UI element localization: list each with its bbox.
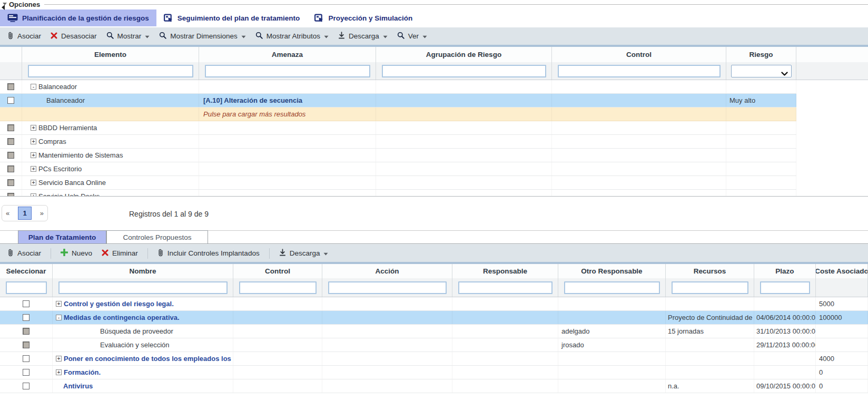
column-header-agrupacion-de-riesgo[interactable]: Agrupación de Riesgo	[376, 47, 552, 62]
table-row[interactable]: Balanceador[A.10] Alteración de secuenci…	[0, 94, 796, 108]
row-checkbox[interactable]	[7, 152, 14, 159]
expand-toggle-icon[interactable]: +	[31, 193, 36, 197]
expand-toggle-icon[interactable]: +	[56, 369, 62, 375]
table-row[interactable]: +Control y gestión del riesgo legal.5000	[0, 297, 868, 311]
cell-coste-asociado: 0	[816, 379, 868, 393]
load-more-row[interactable]: Pulse para cargar más resultados	[0, 108, 796, 121]
expand-toggle-icon[interactable]: +	[31, 180, 36, 186]
row-checkbox[interactable]	[7, 179, 14, 186]
table-row[interactable]: +Formación.0	[0, 366, 868, 379]
descarga-button[interactable]: Descarga	[279, 249, 329, 258]
nombre-label: Búsqueda de proveedor	[100, 327, 173, 335]
amenaza-filter-input[interactable]	[205, 65, 370, 77]
desasociar-button[interactable]: Desasociar	[51, 32, 97, 41]
table-row[interactable]: +Servicio Banca Online	[0, 176, 796, 190]
table-row[interactable]: Antivirusn.a.09/10/2015 00:00:000	[0, 379, 868, 393]
row-checkbox[interactable]	[7, 124, 14, 131]
tab-controles-propuestos[interactable]: Controles Propuestos	[106, 230, 208, 243]
table-row[interactable]: +Compras	[0, 135, 796, 149]
ver-button[interactable]: Ver	[397, 32, 427, 41]
asociar-button[interactable]: Asociar	[7, 249, 41, 258]
tab-seguimiento-del-plan-de-tratamiento[interactable]: Seguimiento del plan de tratamiento	[156, 9, 308, 26]
row-checkbox[interactable]	[7, 83, 14, 90]
nombre-label: Control y gestión del riesgo legal.	[64, 300, 174, 308]
accion-filter-input[interactable]	[328, 281, 447, 294]
control-filter-input[interactable]	[558, 65, 721, 77]
riesgo-filter-select[interactable]	[731, 65, 792, 77]
collapse-toggle-icon[interactable]: -	[56, 315, 62, 320]
column-header-riesgo[interactable]: Riesgo	[726, 47, 796, 62]
row-checkbox[interactable]	[23, 355, 29, 362]
row-checkbox[interactable]	[23, 328, 29, 335]
otro-responsable-filter-input[interactable]	[564, 281, 660, 294]
incluir-controles-implantados-button[interactable]: Incluir Controles Implantados	[157, 249, 260, 258]
control-filter-input[interactable]	[239, 281, 317, 294]
cell-control	[552, 190, 726, 197]
column-header-elemento[interactable]: Elemento	[22, 47, 199, 62]
column-header-accion[interactable]: Acción	[322, 264, 452, 278]
pagination-last-button[interactable]: »	[40, 209, 44, 217]
row-checkbox[interactable]	[7, 97, 14, 104]
expand-toggle-icon[interactable]: +	[56, 356, 62, 362]
mostrar-atributos-button[interactable]: Mostrar Atributos	[255, 32, 329, 41]
descarga-button[interactable]: Descarga	[338, 32, 388, 41]
row-checkbox[interactable]	[23, 383, 29, 389]
expand-toggle-icon[interactable]: +	[31, 166, 36, 172]
column-header-control[interactable]: Control	[552, 47, 726, 62]
table-row[interactable]: -Balanceador	[0, 80, 796, 94]
expand-toggle-icon[interactable]: +	[56, 301, 62, 307]
cell-riesgo	[726, 80, 796, 93]
column-header-nombre[interactable]: Nombre	[53, 264, 233, 278]
table-row[interactable]: +PCs Escritorio	[0, 162, 796, 176]
toolbar-separator	[269, 248, 270, 259]
row-checkbox[interactable]	[23, 314, 29, 321]
expand-toggle-icon[interactable]: +	[31, 152, 36, 158]
row-checkbox[interactable]	[23, 300, 29, 307]
table-row[interactable]: +Servicio Help Desks	[0, 190, 796, 197]
elemento-label: Mantenimiento de Sistemas	[38, 151, 123, 159]
tab-planificacion-de-la-gestion-de-riesgos[interactable]: Planificación de la gestión de riesgos	[0, 9, 156, 26]
row-checkbox[interactable]	[7, 138, 14, 145]
column-header-control[interactable]: Control	[233, 264, 322, 278]
mostrar-dimensiones-button[interactable]: Mostrar Dimensiones	[159, 32, 246, 41]
column-header-responsable[interactable]: Responsable	[452, 264, 558, 278]
eliminar-button[interactable]: Eliminar	[102, 249, 138, 258]
table-row[interactable]: +BBDD Herramienta	[0, 121, 796, 135]
collapse-panel-arrow-icon[interactable]	[2, 5, 5, 10]
elemento-filter-input[interactable]	[28, 65, 193, 77]
seleccionar-filter-input[interactable]	[6, 281, 47, 294]
pagination-first-button[interactable]: «	[6, 209, 9, 217]
cell-control	[552, 176, 726, 189]
asociar-button[interactable]: Asociar	[7, 32, 41, 41]
nuevo-button[interactable]: Nuevo	[61, 249, 92, 258]
table-row[interactable]: +Poner en conocimiento de todos los empl…	[0, 352, 868, 366]
plazo-filter-input[interactable]	[760, 281, 810, 294]
column-header-recursos[interactable]: Recursos	[666, 264, 754, 278]
table-row[interactable]: Búsqueda de proveedoradelgado15 jornadas…	[0, 325, 868, 338]
recursos-filter-input[interactable]	[672, 281, 748, 294]
download-icon	[338, 32, 345, 41]
collapse-toggle-icon[interactable]: -	[31, 84, 36, 90]
tab-plan-de-tratamiento[interactable]: Plan de Tratamiento	[18, 230, 106, 243]
table-row[interactable]: -Medidas de contingencia operativa.Proye…	[0, 311, 868, 325]
row-checkbox[interactable]	[7, 193, 14, 197]
column-header-plazo[interactable]: Plazo	[754, 264, 816, 278]
expand-toggle-icon[interactable]: +	[31, 125, 36, 131]
column-header-otro-responsable[interactable]: Otro Responsable	[558, 264, 666, 278]
column-header-seleccionar[interactable]: Seleccionar	[0, 264, 53, 278]
responsable-filter-input[interactable]	[458, 281, 553, 294]
row-checkbox[interactable]	[7, 165, 14, 172]
row-checkbox[interactable]	[23, 341, 29, 348]
agrupacion-de-riesgo-filter-input[interactable]	[382, 65, 546, 77]
row-checkbox[interactable]	[23, 369, 29, 376]
table-row[interactable]: Evaluación y selecciónjrosado29/11/2013 …	[0, 338, 868, 352]
mostrar-button[interactable]: Mostrar	[106, 32, 150, 41]
nombre-filter-input[interactable]	[58, 281, 228, 294]
expand-toggle-icon[interactable]: +	[31, 139, 36, 144]
tab-proyeccion-y-simulacion[interactable]: Proyección y Simulación	[307, 9, 420, 26]
pagination-current-page[interactable]: 1	[18, 207, 32, 220]
column-header-coste-asociado[interactable]: Coste Asociado	[816, 264, 868, 278]
column-header-amenaza[interactable]: Amenaza	[199, 47, 376, 62]
table-row[interactable]: +Mantenimiento de Sistemas	[0, 149, 796, 162]
cell-plazo: 09/10/2015 00:00:00	[754, 379, 816, 393]
